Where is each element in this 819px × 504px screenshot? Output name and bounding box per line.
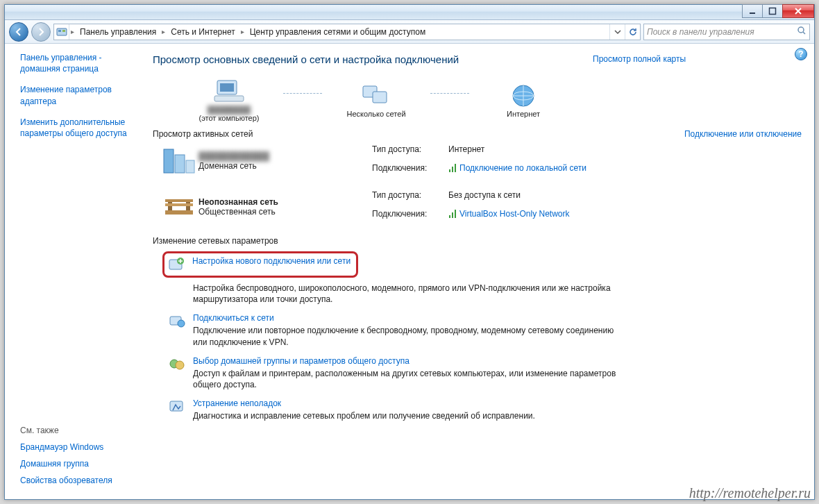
svg-point-5: [798, 27, 804, 33]
setup-new-connection-desc: Настройка беспроводного, широкополосного…: [193, 283, 623, 305]
watermark: http://remotehelper.ru: [689, 485, 811, 501]
svg-rect-18: [455, 164, 456, 172]
titlebar[interactable]: [5, 5, 814, 20]
homegroup-icon: [168, 356, 186, 373]
svg-rect-16: [449, 169, 450, 172]
network-type-public: Общественная сеть: [199, 207, 276, 217]
multiple-networks-icon: [360, 82, 392, 110]
connection-icon: [448, 163, 457, 173]
access-type-value: Без доступа к сети: [448, 190, 570, 205]
svg-rect-23: [165, 203, 193, 206]
change-settings-header: Изменение сетевых параметров: [153, 236, 802, 246]
address-bar[interactable]: ▸ Панель управления ▸ Сеть и Интернет ▸ …: [53, 24, 641, 40]
connection-line: [430, 93, 469, 94]
access-type-label: Тип доступа:: [372, 190, 448, 205]
svg-rect-1: [770, 8, 776, 15]
breadcrumb-control-panel[interactable]: Панель управления: [76, 27, 160, 37]
sidebar-seealso-title: См. также: [20, 426, 133, 435]
svg-rect-15: [186, 160, 194, 173]
navbar: ▸ Панель управления ▸ Сеть и Интернет ▸ …: [5, 20, 814, 44]
help-icon[interactable]: ?: [795, 48, 807, 60]
search-icon: [797, 26, 807, 37]
connect-network-icon: [168, 313, 186, 330]
svg-point-32: [176, 361, 184, 369]
troubleshoot-icon: [168, 398, 186, 415]
breadcrumb-network-internet[interactable]: Сеть и Интернет: [167, 27, 239, 37]
sidebar-adapter-settings[interactable]: Изменение параметров адаптера: [20, 84, 133, 106]
addressbar-dropdown-button[interactable]: [609, 24, 625, 40]
connect-network-link[interactable]: Подключиться к сети: [193, 313, 623, 323]
svg-rect-8: [214, 96, 244, 101]
svg-rect-10: [373, 92, 387, 103]
connections-label: Подключения:: [372, 209, 448, 224]
sidebar-home-link[interactable]: Панель управления - домашняя страница: [20, 52, 133, 74]
computer-name-blurred: ████████: [208, 106, 251, 114]
homegroup-link[interactable]: Выбор домашней группы и параметров общег…: [193, 356, 623, 366]
multiple-networks-label: Несколько сетей: [346, 110, 405, 118]
window: ▸ Панель управления ▸ Сеть и Интернет ▸ …: [4, 4, 815, 500]
svg-rect-13: [164, 149, 174, 173]
maximize-button[interactable]: [762, 4, 783, 18]
troubleshoot-link[interactable]: Устранение неполадок: [193, 398, 535, 408]
close-button[interactable]: [782, 4, 814, 18]
domain-network-icon: [160, 144, 199, 178]
connections-label: Подключения:: [372, 163, 448, 178]
main-panel: ? Просмотр основных сведений о сети и на…: [140, 44, 814, 499]
chevron-right-icon: ▸: [69, 28, 76, 35]
connect-network-desc: Подключение или повторное подключение к …: [193, 325, 623, 347]
public-network-icon: [160, 190, 199, 224]
svg-rect-0: [750, 12, 755, 14]
control-panel-icon: [54, 24, 69, 40]
chevron-right-icon: ▸: [239, 28, 246, 35]
setup-new-connection-link[interactable]: Настройка нового подключения или сети: [192, 256, 351, 266]
internet-label: Интернет: [507, 110, 540, 118]
connection-line: [283, 93, 322, 94]
setup-connection-icon: [167, 256, 185, 273]
access-type-value: Интернет: [448, 144, 586, 159]
minimize-button[interactable]: [742, 4, 763, 18]
sidebar-homegroup-link[interactable]: Домашняя группа: [20, 459, 133, 469]
troubleshoot-desc: Диагностика и исправление сетевых пробле…: [193, 410, 535, 421]
network-name-blurred: ████████████: [199, 151, 344, 161]
computer-icon: [213, 78, 245, 106]
network-type-domain: Доменная сеть: [199, 161, 257, 171]
sidebar: Панель управления - домашняя страница Из…: [5, 44, 140, 499]
internet-icon: [507, 82, 539, 110]
homegroup-desc: Доступ к файлам и принтерам, расположенн…: [193, 368, 623, 390]
svg-rect-26: [455, 210, 456, 218]
svg-point-30: [178, 320, 185, 327]
svg-rect-22: [165, 199, 193, 202]
nav-back-button[interactable]: [9, 22, 28, 42]
svg-rect-4: [62, 30, 65, 32]
svg-rect-19: [165, 210, 193, 215]
sidebar-browser-link[interactable]: Свойства обозревателя: [20, 476, 133, 485]
active-networks-header: Просмотр активных сетей: [153, 129, 253, 139]
svg-rect-14: [175, 155, 185, 173]
connection-icon: [448, 209, 457, 219]
search-placeholder: Поиск в панели управления: [647, 27, 797, 37]
vbox-connection-link[interactable]: VirtualBox Host-Only Network: [448, 209, 570, 224]
svg-rect-25: [452, 212, 453, 218]
unidentified-network-name: Неопознанная сеть: [199, 197, 344, 207]
search-input[interactable]: Поиск в панели управления: [643, 24, 810, 40]
connect-disconnect-link[interactable]: Подключение или отключение: [684, 129, 802, 139]
svg-rect-17: [452, 167, 453, 172]
svg-rect-7: [220, 83, 234, 92]
chevron-right-icon: ▸: [160, 28, 167, 35]
sidebar-firewall-link[interactable]: Брандмауэр Windows: [20, 442, 133, 452]
access-type-label: Тип доступа:: [372, 144, 448, 159]
sidebar-sharing-settings[interactable]: Изменить дополнительные параметры общего…: [20, 117, 133, 139]
breadcrumb-network-center[interactable]: Центр управления сетями и общим доступом: [246, 27, 430, 37]
refresh-button[interactable]: [625, 24, 640, 40]
highlighted-action-setup-new: Настройка нового подключения или сети: [162, 251, 358, 278]
lan-connection-link[interactable]: Подключение по локальной сети: [448, 163, 586, 178]
nav-forward-button[interactable]: [31, 22, 51, 42]
svg-rect-3: [58, 30, 61, 32]
full-map-link[interactable]: Просмотр полной карты: [593, 54, 686, 64]
page-title: Просмотр основных сведений о сети и наст…: [153, 53, 802, 65]
svg-rect-24: [449, 215, 450, 218]
this-computer-label: (этот компьютер): [199, 114, 259, 122]
